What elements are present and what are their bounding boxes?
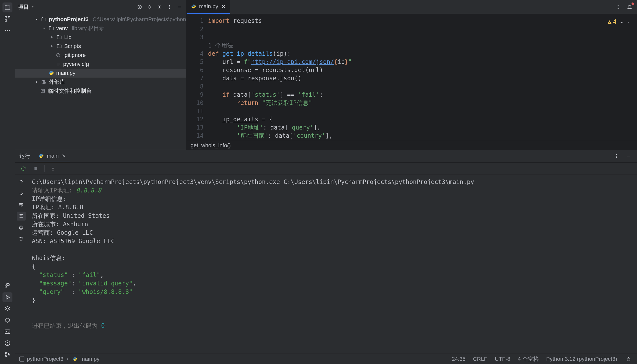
svg-rect-0 xyxy=(5,16,7,18)
notifications-icon[interactable] xyxy=(625,3,633,11)
folder-icon xyxy=(41,16,47,22)
rerun-icon[interactable] xyxy=(20,164,27,172)
svg-point-24 xyxy=(616,156,617,157)
tree-root-label: pythonProject3 xyxy=(49,16,89,23)
svg-rect-19 xyxy=(41,89,44,92)
console-action-rail xyxy=(15,175,27,354)
editor-tab-bar: main.py xyxy=(187,0,637,14)
tree-mainpy-label: main.py xyxy=(56,70,75,76)
console-output[interactable]: C:\Users\lipin\PycharmProjects\pythonPro… xyxy=(27,175,637,354)
svg-rect-31 xyxy=(627,359,630,361)
kebab-menu-icon[interactable] xyxy=(49,164,57,172)
python-file-icon xyxy=(38,153,44,159)
svg-rect-2 xyxy=(5,20,7,22)
svg-rect-1 xyxy=(8,16,10,18)
svg-point-10 xyxy=(9,354,10,355)
print-icon[interactable] xyxy=(17,223,26,232)
scratch-icon xyxy=(40,88,46,94)
terminal-tool-icon[interactable] xyxy=(3,327,13,337)
run-tool-icon[interactable] xyxy=(3,292,13,302)
close-tab-icon[interactable] xyxy=(221,4,226,9)
kebab-menu-icon[interactable] xyxy=(165,3,173,11)
tree-pyvenv[interactable]: pyvenv.cfg xyxy=(15,60,186,68)
code-editor[interactable]: 123 4567891011121314 import requests 1 个… xyxy=(187,14,637,141)
text-file-icon xyxy=(55,61,61,67)
run-tab-main[interactable]: main xyxy=(34,150,70,162)
status-project[interactable]: pythonProject3 xyxy=(27,356,64,362)
debug-tool-icon[interactable] xyxy=(3,315,13,325)
close-tab-icon[interactable] xyxy=(61,154,66,158)
editor-tab-mainpy[interactable]: main.py xyxy=(187,0,230,14)
tree-gitignore[interactable]: .gitignore xyxy=(15,51,186,60)
status-caret-pos[interactable]: 24:35 xyxy=(452,356,466,362)
svg-rect-17 xyxy=(42,80,43,84)
editor-area: main.py 123 4567891011121314 import requ… xyxy=(187,0,637,150)
minimize-icon[interactable] xyxy=(624,152,632,160)
minimize-icon[interactable] xyxy=(175,3,183,11)
svg-rect-26 xyxy=(35,167,37,170)
kebab-menu-icon[interactable] xyxy=(613,152,620,160)
stop-icon[interactable] xyxy=(32,164,40,172)
svg-point-29 xyxy=(53,170,54,171)
structure-tool-icon[interactable] xyxy=(3,14,13,24)
services-tool-icon[interactable] xyxy=(3,304,13,314)
tree-venv[interactable]: venv library 根目录 xyxy=(15,24,186,33)
up-icon[interactable] xyxy=(17,177,26,186)
chevron-down-icon xyxy=(31,5,34,9)
soft-wrap-icon[interactable] xyxy=(17,200,26,209)
chevron-down-icon xyxy=(34,17,39,22)
svg-point-20 xyxy=(617,5,618,6)
breadcrumb-bar[interactable]: get_whois_info() xyxy=(187,141,637,150)
expand-all-icon[interactable] xyxy=(146,3,154,11)
lock-icon[interactable] xyxy=(624,355,632,363)
inspection-widget[interactable]: 4 xyxy=(607,18,630,26)
chevron-right-icon xyxy=(50,35,54,40)
project-dropdown[interactable]: 项目 xyxy=(18,3,34,11)
project-tool-icon[interactable] xyxy=(3,2,13,12)
down-icon[interactable] xyxy=(17,189,26,198)
tree-gitignore-label: .gitignore xyxy=(63,52,86,58)
code-content: import requests 1 个用法 def get_ip_details… xyxy=(208,14,637,141)
tree-lib-label: Lib xyxy=(64,34,71,40)
folder-icon xyxy=(56,34,62,40)
svg-point-23 xyxy=(616,154,617,155)
tree-scripts[interactable]: Scripts xyxy=(15,42,186,51)
tree-mainpy[interactable]: main.py xyxy=(15,68,186,78)
svg-point-25 xyxy=(616,158,617,158)
editor-tab-label: main.py xyxy=(199,3,218,10)
project-status-icon[interactable] xyxy=(20,356,24,362)
vcs-tool-icon[interactable] xyxy=(3,350,13,360)
scroll-to-end-icon[interactable] xyxy=(17,212,26,220)
tree-venv-label: venv xyxy=(56,25,68,32)
warnings-badge[interactable]: 4 xyxy=(607,18,616,26)
notification-dot xyxy=(631,2,634,5)
tree-external[interactable]: 外部库 xyxy=(15,78,186,86)
kebab-menu-icon[interactable] xyxy=(614,3,622,11)
status-interpreter[interactable]: Python 3.12 (pythonProject3) xyxy=(546,356,617,362)
select-open-file-icon[interactable] xyxy=(136,3,144,11)
more-tool-icon[interactable] xyxy=(3,25,13,35)
library-icon xyxy=(41,79,47,85)
delete-icon[interactable] xyxy=(17,234,26,244)
tree-root[interactable]: pythonProject3 C:\Users\lipin\PycharmPro… xyxy=(15,15,186,24)
svg-point-3 xyxy=(5,30,6,31)
tree-lib[interactable]: Lib xyxy=(15,33,186,42)
svg-point-22 xyxy=(617,8,618,9)
tree-scratches-label: 临时文件和控制台 xyxy=(48,87,92,95)
run-title: 运行 xyxy=(20,152,30,160)
chevron-up-icon[interactable] xyxy=(619,20,623,24)
python-console-icon[interactable] xyxy=(3,281,13,291)
run-toolbar xyxy=(15,162,637,175)
collapse-all-icon[interactable] xyxy=(156,3,163,11)
chevron-down-icon[interactable] xyxy=(626,20,630,24)
problems-tool-icon[interactable] xyxy=(3,338,13,348)
status-encoding[interactable]: UTF-8 xyxy=(495,356,510,362)
python-file-icon xyxy=(191,4,197,10)
status-indent[interactable]: 4 个空格 xyxy=(518,355,539,363)
left-tool-rail xyxy=(0,0,15,364)
tree-scratches[interactable]: 临时文件和控制台 xyxy=(15,86,186,96)
chevron-right-icon xyxy=(34,80,39,84)
chevron-right-icon xyxy=(66,357,69,361)
status-line-sep[interactable]: CRLF xyxy=(473,356,487,362)
status-file[interactable]: main.py xyxy=(80,356,100,362)
